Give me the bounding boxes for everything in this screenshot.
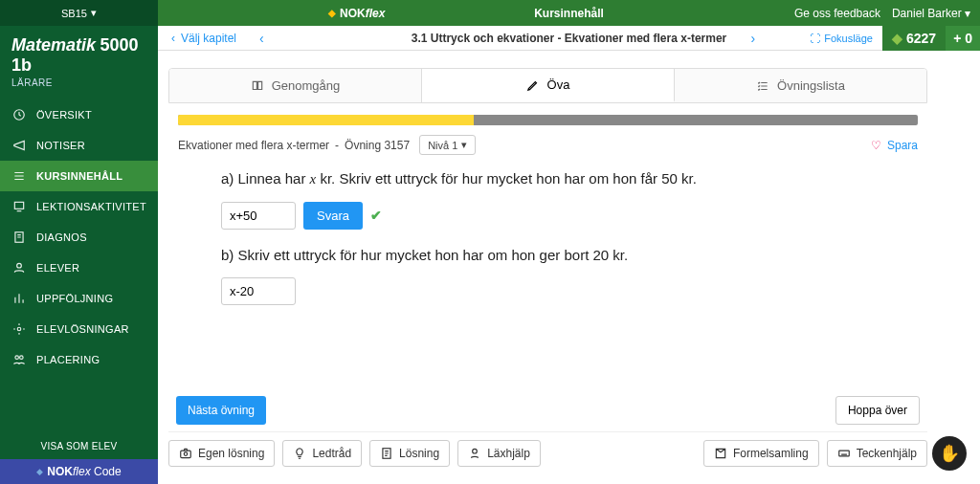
answer-a-input[interactable] [221,202,296,230]
progress-bar [168,115,927,125]
svg-point-8 [184,452,188,456]
sidebar-item-label: ÖVERSIKT [36,109,92,121]
sidebar: SB15 ▾ Matematik 5000 1b LÄRARE ÖVERSIKT… [0,0,158,484]
sidebar-item-label: NOTISER [36,140,85,151]
help-icon [468,447,481,460]
points-delta: + 0 [946,26,980,51]
check-icon: ✔ [370,206,382,226]
formulas-button[interactable]: Formelsamling [703,440,819,467]
megaphone-icon [11,138,27,153]
svg-point-5 [15,356,18,360]
chapter-title: 3.1 Uttryck och ekvationer - Ekvationer … [412,32,726,45]
own-solution-button[interactable]: Egen lösning [168,440,275,467]
question-part-a: a) Linnea har x kr. Skriv ett uttryck fö… [221,168,700,230]
nav-list: ÖVERSIKT NOTISER KURSINNEHÅLL LEKTIONSAK… [0,99,158,375]
svg-point-4 [17,327,21,331]
sidebar-item-label: ELEVER [36,262,79,274]
dashboard-icon [11,107,27,122]
tool-row: Egen lösning Ledtråd Lösning Läxhjälp Fo… [168,431,927,467]
heart-icon: ♡ [871,139,881,152]
nokflex-code-link[interactable]: ◆ NOKflex Code [0,459,158,484]
bottom-row: Nästa övning Hoppa över [168,396,927,425]
feedback-link[interactable]: Ge oss feedback [794,7,880,20]
note-icon [380,447,393,460]
level-selector[interactable]: Nivå 1▾ [419,135,476,155]
svg-rect-1 [14,202,23,209]
svg-point-10 [473,449,478,453]
camera-icon [179,447,192,460]
brand[interactable]: ◆ NOKflex [328,7,385,20]
sidebar-item-label: KURSINNEHÅLL [36,170,122,182]
diamond-icon: ◆ [36,467,43,476]
question-b-text: b) Skriv ett uttryck för hur mycket hon … [221,245,700,267]
svg-rect-11 [838,451,849,456]
view-as-student[interactable]: VISA SOM ELEV [0,433,158,459]
char-help-button[interactable]: Teckenhjälp [827,440,927,467]
role-label: LÄRARE [11,77,146,88]
sidebar-item-label: ELEVLÖSNINGAR [36,323,129,335]
caret-down-icon: ▾ [461,139,467,151]
next-chapter[interactable]: › [742,31,766,46]
expand-icon: ⛶ [810,33,820,44]
hint-button[interactable]: Ledtråd [282,440,362,467]
chapter-back[interactable]: ‹Välj kapitel [158,32,250,45]
sidebar-item-notiser[interactable]: NOTISER [0,130,158,161]
svg-rect-7 [181,451,191,458]
tab-ova[interactable]: Öva [422,69,675,102]
sidebar-item-diagnos[interactable]: DIAGNOS [0,222,158,253]
sidebar-item-label: LEKTIONSAKTIVITET [36,201,146,212]
svg-point-3 [17,263,22,268]
sidebar-item-uppfoljning[interactable]: UPPFÖLJNING [0,283,158,314]
tab-genomgang[interactable]: Genomgång [169,69,422,102]
answer-b-input[interactable] [221,277,296,305]
homework-help-button[interactable]: Läxhjälp [457,440,541,467]
tabs: Genomgång Öva Övningslista [168,68,927,103]
book-icon [714,447,727,460]
breadcrumb-exercise: Övning 3157 [345,139,410,152]
next-exercise-button[interactable]: Nästa övning [176,396,266,425]
course-title: Matematik 5000 1b [11,35,146,76]
sidebar-item-kursinnehall[interactable]: KURSINNEHÅLL [0,161,158,191]
sidebar-item-elever[interactable]: ELEVER [0,253,158,283]
course-selector[interactable]: SB15 ▾ [0,0,158,26]
sidebar-item-lektionsaktivitet[interactable]: LEKTIONSAKTIVITET [0,191,158,222]
keyboard-icon [837,447,851,460]
hand-icon: ✋ [939,443,960,464]
sidebar-item-oversikt[interactable]: ÖVERSIKT [0,99,158,130]
question-a-text: a) Linnea har x kr. Skriv ett uttryck fö… [221,168,700,190]
sidebar-item-label: DIAGNOS [36,231,87,243]
solutions-icon [11,321,27,337]
answer-a-submit[interactable]: Svara [303,202,363,230]
prev-chapter[interactable]: ‹ [250,31,274,46]
sidebar-item-label: PLACERING [36,354,100,365]
main: ‹Välj kapitel ‹ 3.1 Uttryck och ekvation… [158,26,980,484]
progress-fill [178,115,474,125]
checklist-icon [756,79,769,93]
tab-ovningslista[interactable]: Övningslista [675,69,926,102]
points-badge: ◆6227 [882,26,946,51]
caret-down-icon: ▾ [91,7,97,19]
lightbulb-icon [293,447,306,460]
exercise-header: Ekvationer med flera x-termer - Övning 3… [168,125,927,155]
topbar: ◆ NOKflex Kursinnehåll Ge oss feedback D… [158,0,980,26]
skip-button[interactable]: Hoppa över [835,396,920,425]
save-exercise[interactable]: ♡ Spara [871,139,918,152]
solution-button[interactable]: Lösning [369,440,450,467]
sidebar-item-placering[interactable]: PLACERING [0,344,158,375]
list-icon [11,168,27,184]
sidebar-item-label: UPPFÖLJNING [36,293,113,304]
user-menu[interactable]: Daniel Barker ▾ [892,7,970,20]
pencil-icon [526,78,540,92]
book-icon [251,79,264,93]
course-selector-label: SB15 [61,8,87,19]
question-part-b: b) Skriv ett uttryck för hur mycket hon … [221,245,700,306]
diamond-icon: ◆ [892,31,902,46]
hand-fab[interactable]: ✋ [932,436,967,471]
caret-down-icon: ▾ [965,7,970,20]
sidebar-item-elevlosningar[interactable]: ELEVLÖSNINGAR [0,314,158,344]
activity-icon [11,199,27,214]
page-title: Kursinnehåll [534,7,604,20]
focus-mode[interactable]: ⛶Fokusläge [800,33,882,44]
sidebar-header: Matematik 5000 1b LÄRARE [0,26,158,98]
user-icon [11,260,27,275]
